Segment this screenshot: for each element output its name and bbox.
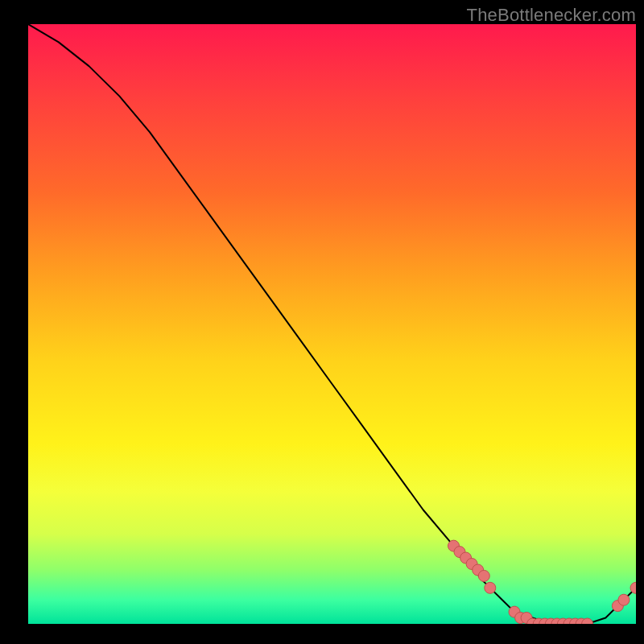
bottleneck-curve (28, 24, 636, 624)
data-point (485, 582, 496, 593)
chart-svg (28, 24, 636, 624)
chart-stage: TheBottlenecker.com (0, 0, 644, 644)
data-point (478, 570, 489, 581)
plot-area (28, 24, 636, 624)
watermark-text: TheBottlenecker.com (467, 5, 636, 26)
data-point (618, 594, 630, 605)
data-points (448, 540, 637, 624)
